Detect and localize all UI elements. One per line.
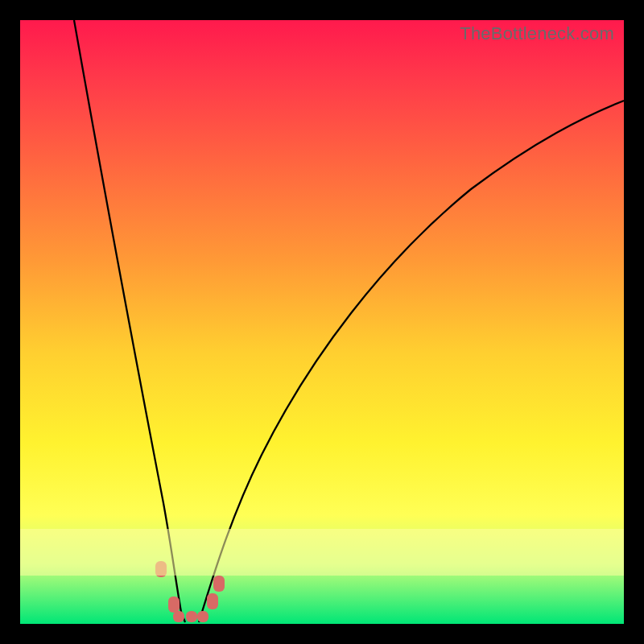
curve-right-branch xyxy=(199,101,624,622)
data-dot xyxy=(213,576,225,592)
data-dot xyxy=(197,611,208,622)
data-dot xyxy=(155,561,167,577)
data-dot xyxy=(207,593,218,609)
watermark-text: TheBottleneck.com xyxy=(460,23,614,44)
curve-left-branch xyxy=(74,20,185,622)
plot-frame: TheBottleneck.com xyxy=(20,20,624,624)
data-dot xyxy=(173,611,184,622)
bottleneck-curves xyxy=(20,20,624,624)
data-dot xyxy=(168,597,180,613)
data-dot xyxy=(186,611,197,622)
